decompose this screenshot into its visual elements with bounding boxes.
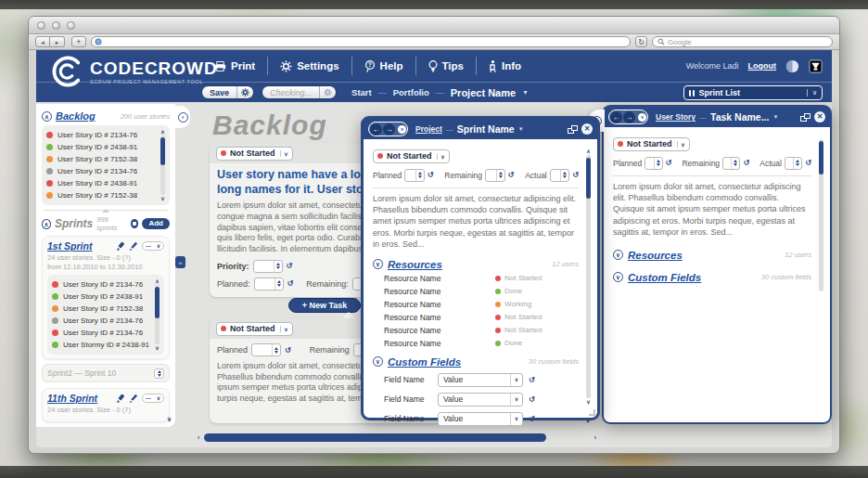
popup-titlebar[interactable]: ← → ∨ Project — Sprint Name ▼ ✕ — [364, 119, 597, 139]
minimize-icon[interactable]: — — [146, 243, 151, 249]
nav-item-print[interactable]: Print — [201, 57, 268, 75]
panel-scrollbar[interactable] — [817, 138, 825, 292]
panel-resizer[interactable] — [42, 206, 170, 214]
remaining-stepper[interactable] — [485, 169, 505, 182]
status-dropdown[interactable]: Not Started ∨ — [613, 137, 690, 151]
scrollbar-track[interactable] — [586, 155, 591, 398]
chevron-down-icon[interactable]: ∨ — [280, 150, 292, 157]
zoom-window-button[interactable] — [67, 21, 75, 30]
undo-icon[interactable]: ↺ — [285, 346, 291, 355]
list-item[interactable]: User Story ID # 2134-76 — [52, 315, 151, 327]
custom-fields-title[interactable]: Custom Fields — [628, 272, 701, 283]
sprint-link[interactable]: 1st Sprint — [47, 240, 92, 252]
planned-stepper[interactable] — [254, 278, 284, 291]
resource-row[interactable]: Resource NameDone — [373, 339, 579, 348]
sprint-list-scrollbar[interactable]: ∧∨ — [153, 278, 161, 351]
popout-icon[interactable] — [800, 113, 811, 122]
planned-stepper[interactable] — [251, 343, 281, 356]
resources-title[interactable]: Resources — [388, 259, 442, 270]
add-sprint-button[interactable]: Add — [142, 218, 170, 229]
minimize-icon[interactable]: — — [146, 395, 151, 401]
chevron-down-icon[interactable]: ∨ — [280, 326, 292, 332]
scroll-up-icon[interactable]: ∧ — [586, 149, 590, 154]
breadcrumb-user-story-link[interactable]: User Story — [656, 112, 696, 122]
scroll-left-icon[interactable]: ‹ — [198, 434, 199, 441]
close-window-button[interactable] — [37, 21, 45, 30]
resource-row[interactable]: Resource NameNot Started — [373, 274, 579, 283]
planned-stepper[interactable] — [645, 157, 662, 170]
undo-icon[interactable]: ↺ — [743, 159, 749, 167]
nav-item-help[interactable]: ? Help — [352, 57, 416, 75]
chevron-down-icon[interactable]: ∨ — [157, 243, 160, 249]
close-icon[interactable]: ✕ — [814, 111, 825, 123]
collapse-custom-fields-icon[interactable]: ∨ — [613, 272, 623, 282]
search-field[interactable]: Google — [652, 36, 833, 47]
chevron-down-icon[interactable]: ∨ — [510, 394, 522, 406]
scroll-up-icon[interactable]: ∧ — [155, 278, 159, 284]
list-item[interactable]: User Story ID # 2438-91 — [52, 291, 151, 303]
undo-icon[interactable]: ↺ — [572, 171, 579, 179]
sidebar-scroll-down-icon[interactable]: ∨ — [167, 416, 172, 423]
list-item[interactable]: User Stormy ID # 2438-91 — [52, 339, 151, 351]
list-item[interactable]: User Story ID # 2134-76 — [52, 278, 151, 291]
scrollbar-thumb[interactable] — [204, 433, 546, 442]
scrollbar-track[interactable] — [160, 136, 165, 195]
panel-titlebar[interactable]: ← → ∨ User Story — Task Name... ▼ ✕ — [604, 107, 830, 127]
remaining-stepper[interactable] — [722, 157, 740, 170]
breadcrumb-portfolio[interactable]: Portfolio — [393, 87, 429, 97]
chevron-down-icon[interactable]: ▼ — [518, 126, 524, 132]
chevron-down-icon[interactable]: ∨ — [398, 125, 406, 134]
scrollbar-thumb[interactable] — [819, 141, 823, 174]
stepper-arrows-icon[interactable] — [731, 158, 739, 169]
forward-button[interactable]: → — [623, 111, 635, 123]
status-dropdown[interactable]: Not Started ∨ — [216, 147, 293, 161]
scrollbar-track[interactable] — [202, 433, 591, 442]
resource-row[interactable]: Resource NameNot Started — [373, 313, 579, 322]
stepper-arrows-icon[interactable] — [654, 158, 662, 169]
status-dropdown[interactable]: Not Started ∨ — [373, 149, 450, 163]
actual-stepper[interactable] — [550, 169, 570, 182]
chevron-down-icon[interactable]: ∨ — [437, 153, 449, 160]
stepper-arrows-icon[interactable] — [415, 170, 424, 181]
scroll-down-icon[interactable]: ∨ — [586, 399, 590, 405]
resource-row[interactable]: Resource NameWorking — [373, 300, 579, 309]
chevron-down-icon[interactable]: ∨ — [638, 113, 646, 122]
list-item[interactable]: User Story ID # 2134-76 — [52, 327, 151, 339]
list-item[interactable]: User Story ID # 7152-38 — [46, 189, 157, 201]
close-icon[interactable]: ✕ — [581, 123, 593, 135]
collapse-backlog-icon[interactable]: ∧ — [42, 111, 52, 122]
collapse-all-icon[interactable] — [131, 219, 139, 228]
status-dropdown[interactable]: Not Started ∨ — [216, 322, 293, 336]
priority-stepper[interactable] — [253, 260, 283, 273]
resource-row[interactable]: Resource NameNot Started — [373, 326, 579, 335]
stepper-arrows-icon[interactable] — [274, 278, 283, 290]
sprint-minimize-control[interactable]: —∨ — [142, 241, 164, 251]
collapse-sprints-icon[interactable]: ∧ — [42, 219, 51, 229]
stepper-arrows-icon[interactable] — [272, 344, 280, 355]
save-options-cell[interactable] — [236, 86, 253, 98]
scrollbar-track[interactable] — [155, 285, 160, 344]
chevron-left-icon[interactable]: ‹ — [178, 112, 188, 123]
scroll-down-icon[interactable]: ∨ — [155, 345, 159, 351]
highlighter-icon[interactable] — [116, 394, 126, 404]
checking-button[interactable]: Checking... — [262, 85, 337, 99]
undo-icon[interactable]: ↺ — [508, 171, 515, 179]
list-item[interactable]: User Story ID # 2438-91 — [46, 141, 157, 153]
monitor-icon[interactable] — [809, 59, 823, 73]
collapse-resources-icon[interactable]: ∨ — [373, 259, 383, 269]
scroll-up-icon[interactable]: ∧ — [160, 129, 164, 135]
checking-options-cell[interactable] — [319, 86, 336, 98]
collapse-custom-fields-icon[interactable]: ∨ — [373, 356, 383, 367]
sidebar-collapse-tab[interactable]: ‹ — [175, 106, 190, 128]
sidebar-splitter-handle[interactable]: ‹› — [175, 256, 185, 268]
undo-icon[interactable]: ↺ — [529, 395, 535, 404]
resize-grip[interactable] — [589, 409, 595, 416]
popup-scrollbar[interactable]: ∧∨ — [584, 149, 593, 405]
collapsed-sprints-bar[interactable]: Sprint2 — Sprint 10 — [42, 364, 170, 382]
scroll-down-icon[interactable]: ∨ — [160, 196, 164, 201]
address-bar[interactable] — [91, 36, 631, 47]
field-value-select[interactable]: Value∨ — [438, 393, 523, 407]
planned-stepper[interactable] — [404, 169, 425, 182]
new-task-button[interactable]: + New Task — [288, 298, 361, 313]
breadcrumb-project-link[interactable]: Project — [415, 124, 442, 134]
